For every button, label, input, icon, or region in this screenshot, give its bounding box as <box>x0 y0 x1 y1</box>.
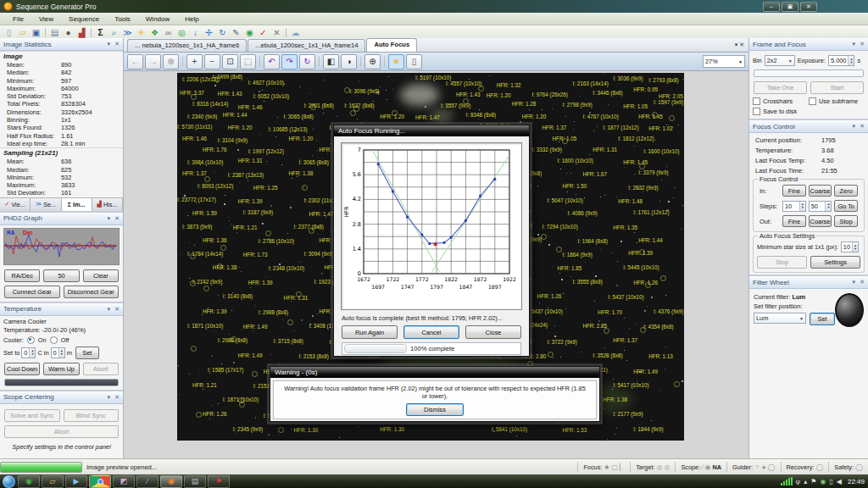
focus-zero-button[interactable]: Zero <box>834 185 858 197</box>
collapse-icon[interactable]: ▾ <box>108 394 111 401</box>
cancel-button[interactable]: Cancel <box>403 325 459 339</box>
checkbox-box[interactable] <box>809 97 816 105</box>
run-again-button[interactable]: Run Again <box>342 325 398 339</box>
download-icon[interactable]: ↓ <box>189 27 202 38</box>
taskbar-icon-explorer[interactable]: ▱ <box>42 475 64 488</box>
checkbox-box[interactable] <box>753 108 760 115</box>
close-button[interactable]: ✕ <box>800 2 817 12</box>
exposure-spinner[interactable]: 5.000▲▼ <box>828 55 854 66</box>
close-icon[interactable]: ✕ <box>114 306 120 313</box>
zoom-icon[interactable]: ⌕ <box>108 27 120 38</box>
menu-item-tools[interactable]: Tools <box>107 15 138 23</box>
network-icon[interactable]: ψ <box>796 478 801 485</box>
platesolve-icon[interactable]: ❖ <box>148 27 161 38</box>
checkbox-box[interactable] <box>753 97 760 105</box>
minutes-spinner[interactable]: 0▲▼ <box>51 347 65 358</box>
power-icon[interactable]: ▯ <box>829 478 832 485</box>
taskbar-icon-ftp[interactable]: ⚑ <box>208 475 230 488</box>
menu-item-view[interactable]: View <box>31 15 61 23</box>
menu-item-file[interactable]: File <box>5 15 31 23</box>
taskbar-icon-chrome[interactable] <box>89 475 111 488</box>
stats-tab-im[interactable]: ΣIm... <box>62 198 92 211</box>
close-icon[interactable]: ✕ <box>114 41 120 47</box>
new-file-icon[interactable]: ▯ <box>3 27 15 38</box>
document-tab-0[interactable]: ... nebula_1200sec_1x1_HA_frame6 <box>127 39 247 52</box>
menu-item-window[interactable]: Window <box>138 15 177 23</box>
close-icon[interactable]: ✕ <box>114 215 120 222</box>
ra-dec-button[interactable]: RA/Dec <box>4 269 40 282</box>
cloud-icon[interactable]: ☁ <box>289 27 302 38</box>
close-icon[interactable]: ✕ <box>860 123 865 130</box>
clear-button[interactable]: Clear <box>83 269 119 282</box>
filter-select[interactable]: Lum▼ <box>754 313 806 324</box>
bin-select[interactable]: 2x2▼ <box>765 55 795 66</box>
set-filter-button[interactable]: Set <box>810 313 835 325</box>
zoom-fit-icon[interactable]: ⊡ <box>222 54 238 69</box>
start-button[interactable] <box>2 474 16 488</box>
refresh-icon[interactable]: ↻ <box>216 27 229 38</box>
focus-stop-button[interactable]: Stop <box>834 215 858 227</box>
clear-image-icon[interactable]: ⊗ <box>163 54 179 69</box>
cooler-off-radio[interactable] <box>50 336 58 344</box>
tab-bar-controls[interactable]: ▾ ✕ <box>735 42 744 48</box>
focus-in-fine-button[interactable]: Fine <box>782 185 806 197</box>
star-detect-icon[interactable]: ★ <box>388 54 404 69</box>
focus-out-fine-button[interactable]: Fine <box>782 215 806 227</box>
minimize-button[interactable]: – <box>763 2 780 12</box>
disconnect-gear-button[interactable]: Disconnect Gear <box>64 286 120 298</box>
taskbar-icon-movie-maker[interactable]: ▤ <box>184 475 206 488</box>
warning-dialog-title[interactable]: Warning - (0s) <box>270 367 599 378</box>
collapse-icon[interactable]: ▾ <box>108 41 111 47</box>
signal-strength-icon[interactable] <box>781 477 793 485</box>
checkbox-crosshairs[interactable]: Crosshairs <box>753 97 809 105</box>
zoom-in-icon[interactable]: + <box>186 54 203 69</box>
crosshair-icon[interactable]: ⊕ <box>364 54 381 69</box>
cool-down-button[interactable]: Cool Down <box>4 363 40 375</box>
dismiss-button[interactable]: Dismiss <box>406 403 464 416</box>
flat-wizard-icon[interactable]: ✳ <box>135 27 147 38</box>
close-icon[interactable]: ✕ <box>114 394 120 401</box>
temperature-setpoint-spinner[interactable]: 0▲▼ <box>21 347 36 358</box>
taskbar-icon-media-player[interactable]: ▶ <box>65 475 87 488</box>
cooler-on-radio[interactable] <box>27 336 35 344</box>
volume-icon[interactable]: ◀ <box>837 478 842 485</box>
collapse-icon[interactable]: ▾ <box>853 123 856 130</box>
connect-gear-button[interactable]: Connect Gear <box>4 286 60 298</box>
maximize-button[interactable]: ▣ <box>782 2 798 12</box>
checkbox-use-subframe[interactable]: Use subframe <box>809 97 865 105</box>
focus-out-coarse-button[interactable]: Coarse <box>809 215 832 227</box>
menu-item-help[interactable]: Help <box>177 15 206 23</box>
stats-tab-vie[interactable]: ✓Vie... <box>0 198 31 211</box>
checkbox-save-to-disk[interactable]: Save to disk <box>753 108 809 115</box>
steps-spinner-2[interactable]: 50▲▼ <box>809 201 832 212</box>
focus-in-coarse-button[interactable]: Coarse <box>809 185 832 197</box>
target-icon[interactable]: ◎ <box>175 27 188 38</box>
document-tab-1[interactable]: ...ebula_1200sec_1x1_HA_frame14 <box>248 39 365 52</box>
observatory-icon[interactable]: ◉ <box>243 27 256 38</box>
steps-spinner-1[interactable]: 10▲▼ <box>782 201 806 212</box>
update-icon[interactable]: ◉ <box>820 478 826 485</box>
center-move-icon[interactable]: ✢ <box>203 27 215 38</box>
document-tab-2[interactable]: Auto Focus <box>366 38 417 52</box>
zoom-level-select[interactable]: 27%▼ <box>703 55 745 68</box>
scale-50-button[interactable]: 50 <box>43 269 79 282</box>
flip-icon[interactable]: ◧ <box>323 54 339 69</box>
auto-focus-dialog-title[interactable]: Auto Focus Running... <box>334 125 529 136</box>
goto-button[interactable]: Go To <box>834 200 858 212</box>
rotate-left-icon[interactable]: ↶ <box>264 54 280 69</box>
open-icon[interactable]: ▱ <box>16 27 29 38</box>
rotate-180-icon[interactable]: ↻ <box>299 54 315 69</box>
collapse-icon[interactable]: ▾ <box>108 215 111 222</box>
stretch-icon[interactable]: ▯ <box>406 54 422 69</box>
selection-icon[interactable]: ⬚ <box>240 54 256 69</box>
taskbar-icon-photoshop[interactable]: ∕ <box>136 475 159 488</box>
collapse-icon[interactable]: ▾ <box>853 41 856 47</box>
camera-icon[interactable]: ● <box>62 27 75 38</box>
stats-tab-his[interactable]: ▟His... <box>92 198 123 211</box>
equipment-link-icon[interactable]: ∞ <box>162 27 175 38</box>
min-star-spinner[interactable]: 10▲▼ <box>841 241 859 252</box>
statistics-sigma-icon[interactable]: Σ <box>94 27 107 38</box>
run-sequence-icon[interactable]: ≫ <box>121 27 134 38</box>
stats-tab-se[interactable]: ≫Se... <box>31 198 61 211</box>
histogram-icon[interactable]: ▟ <box>75 27 88 38</box>
